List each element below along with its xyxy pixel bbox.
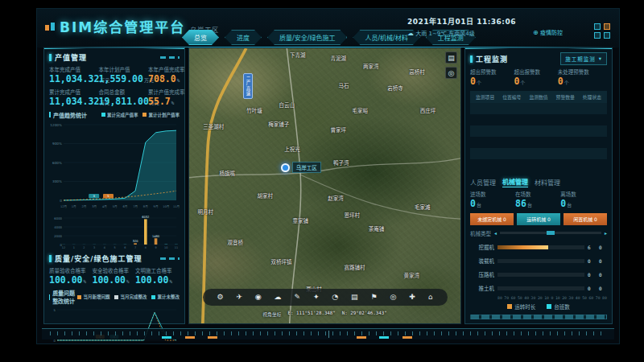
timeline-strip[interactable] (42, 328, 614, 339)
stat-value: 100.00% (92, 274, 134, 286)
axis-tick: 50 (582, 296, 587, 300)
legend-item: 累计计划产值率 (142, 112, 180, 118)
svg-text:4000: 4000 (54, 224, 62, 228)
machine-value: 0 (599, 258, 607, 264)
trend-legend: 累计完成产值率累计计划产值率 (101, 112, 180, 118)
svg-text:4月: 4月 (102, 204, 107, 208)
home-icon[interactable]: ⌂ (428, 294, 433, 301)
svg-text:900%: 900% (52, 142, 62, 146)
stat-cell: 文明施工合格率100.00% (135, 266, 180, 286)
svg-text:5: 5 (54, 308, 56, 312)
svg-text:1480: 1480 (152, 234, 160, 237)
compass-icon[interactable]: ✦ (313, 294, 320, 301)
legend-swatch (142, 113, 147, 117)
svg-text:2: 2 (83, 246, 85, 249)
stat-value: 0个 (470, 76, 514, 87)
slider-right-arrow[interactable]: ▸ (605, 230, 607, 236)
legend-item: 当月完成整改 (114, 294, 147, 300)
pin-icon[interactable]: ◎ (390, 294, 396, 301)
resource-badge[interactable]: 未绑定机械 0 (470, 213, 514, 225)
monitor-dropdown[interactable]: 施工期监测 ▾ (560, 52, 607, 65)
svg-text:3: 3 (93, 246, 95, 249)
table-row[interactable] (470, 159, 607, 171)
svg-text:2月: 2月 (82, 204, 87, 208)
measure-icon[interactable]: ✎ (294, 294, 300, 301)
stat-cell: 本年产值完成率708.0% (148, 65, 180, 84)
nav-tab[interactable]: 总览 (182, 30, 219, 45)
svg-text:3月: 3月 (92, 204, 97, 208)
left-panel: 产值管理 本年完成产值11,034.32万元本年计划产值1,559.00万元本年… (43, 47, 185, 324)
nav-tab[interactable]: 质量/安全/绿色施工 (267, 30, 347, 45)
svg-text:6032: 6032 (142, 216, 149, 219)
settings-icon[interactable]: ⚙ (217, 294, 223, 301)
epidemic-button[interactable]: ⊕ 疫情防控 (533, 28, 563, 36)
machine-fill (497, 245, 548, 249)
layers-button[interactable]: ▤ (445, 51, 457, 64)
stat-unit: 个 (520, 80, 525, 85)
table-row[interactable] (470, 125, 607, 137)
svg-text:10月: 10月 (163, 343, 169, 344)
svg-text:9: 9 (155, 246, 156, 249)
axis-tick: 40 (524, 296, 529, 300)
table-row[interactable] (470, 103, 607, 114)
table-row[interactable] (470, 114, 607, 125)
marker-dot-icon (281, 163, 290, 172)
machine-axis: 807060504030201001020304050607080 (497, 296, 607, 300)
stat-value: 0台 (470, 198, 515, 209)
svg-text:6: 6 (124, 246, 126, 249)
stat-cell: 合同总金额19,811.00万元 (99, 88, 149, 107)
map-corner-buttons: ▤◎ (445, 51, 457, 79)
table-header-cell: 监测项目 (472, 93, 498, 101)
time-icon[interactable]: ◔ (332, 294, 338, 301)
logo-icon (45, 23, 55, 31)
axis-tick: 30 (531, 296, 536, 300)
table-row[interactable] (470, 137, 607, 148)
table-row[interactable] (470, 148, 607, 159)
resource-tab[interactable]: 机械管理 (502, 177, 528, 187)
svg-text:7: 7 (134, 246, 136, 249)
stat-label: 在场数 (515, 190, 560, 198)
stat-cell: 未处理预警数0个 (558, 68, 607, 87)
slider-left-arrow[interactable]: ◂ (494, 230, 497, 236)
eye-icon[interactable]: ◉ (255, 294, 262, 301)
machine-legend: 运转时长台班数 (470, 302, 607, 311)
stat-value: 0台 (560, 198, 607, 209)
stat-value: 11,034.32万元 (49, 73, 99, 84)
legend-swatch (151, 295, 155, 299)
stat-cell: 本年完成产值11,034.32万元 (49, 65, 99, 84)
stat-label: 离场数 (560, 190, 607, 198)
person-icon[interactable]: ⚑ (371, 294, 378, 301)
legend-swatch (547, 304, 551, 309)
stat-cell: 超出预警数0个 (470, 68, 514, 87)
resource-badge[interactable]: 运转机械 0 (517, 213, 560, 225)
nav-tab[interactable]: 进度 (225, 30, 262, 45)
chevron-down-icon: ▾ (599, 56, 602, 62)
machine-value: 0 (588, 286, 596, 291)
svg-text:8月: 8月 (143, 204, 148, 208)
map-view[interactable]: 下青湖青泥湖两家湾高桥村马石岩桥寺白云山竹叶塘毛家峪西庄坪三圣湖村梅家铺子曾家坪… (188, 47, 461, 324)
map-place-label: 毛家滩 (415, 203, 431, 211)
resource-tab[interactable]: 人员管理 (470, 178, 496, 187)
header-mini-icons[interactable] (594, 23, 611, 39)
weather-layer-icon[interactable]: ☁ (275, 294, 282, 301)
layers-icon[interactable]: ▤ (351, 294, 358, 301)
svg-text:10: 10 (164, 246, 167, 249)
uav-icon[interactable]: ✈ (236, 294, 242, 301)
axis-tick: 80 (602, 296, 607, 300)
stat-label: 合同总金额 (99, 88, 149, 96)
svg-text:1200%: 1200% (50, 122, 62, 126)
svg-text:2000: 2000 (54, 233, 62, 237)
stat-label: 累计产值完成率 (148, 88, 180, 96)
table-header-cell: 预警数量 (552, 93, 579, 101)
add-icon[interactable]: ✚ (409, 294, 415, 301)
resource-badge[interactable]: 闲置机械 0 (564, 213, 607, 225)
map-place-label: 杨旗嘴 (219, 169, 235, 177)
resource-tabs: 人员管理机械管理材料管理 (470, 177, 607, 187)
project-marker[interactable]: 乌岸工区 (281, 162, 321, 173)
right-footer-strip[interactable] (470, 315, 607, 319)
map-place-label: 赵家湾 (328, 194, 344, 202)
map-place-label: 马石 (339, 81, 349, 89)
locate-button[interactable]: ◎ (445, 67, 457, 79)
machine-bar-row: 推土机00 (470, 282, 607, 295)
resource-tab[interactable]: 材料管理 (535, 178, 560, 187)
